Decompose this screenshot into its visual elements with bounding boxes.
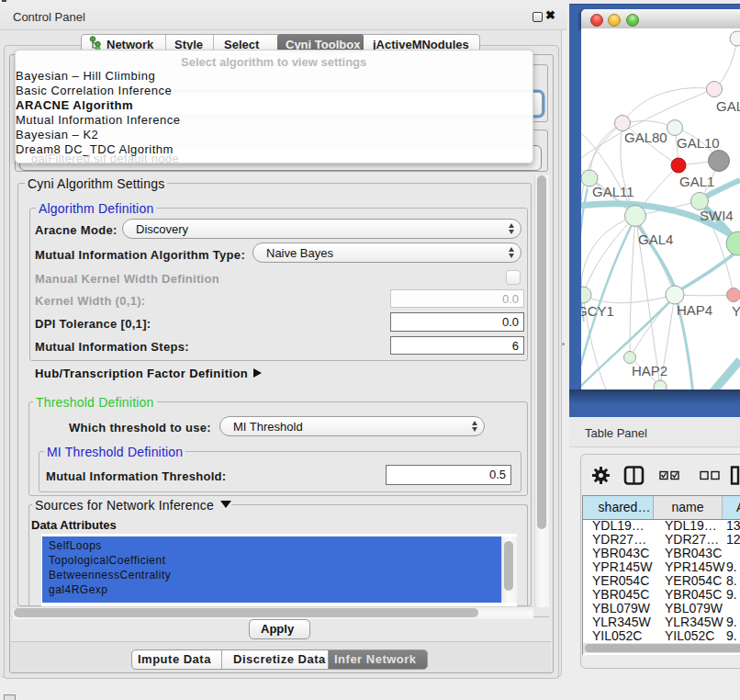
- svg-text:GAL11: GAL11: [592, 184, 634, 199]
- svg-text:Y: Y: [732, 303, 740, 319]
- svg-text:HAP4: HAP4: [677, 302, 712, 318]
- svg-text:GAL2: GAL2: [716, 98, 740, 114]
- svg-text:GAL1: GAL1: [679, 174, 714, 189]
- svg-text:GCY1: GCY1: [581, 303, 614, 319]
- svg-text:GAL10: GAL10: [677, 135, 720, 151]
- svg-text:SWI4: SWI4: [700, 208, 734, 223]
- svg-text:HAP2: HAP2: [632, 363, 667, 378]
- svg-text:GAL80: GAL80: [624, 130, 667, 145]
- svg-text:GAL4: GAL4: [638, 231, 673, 247]
